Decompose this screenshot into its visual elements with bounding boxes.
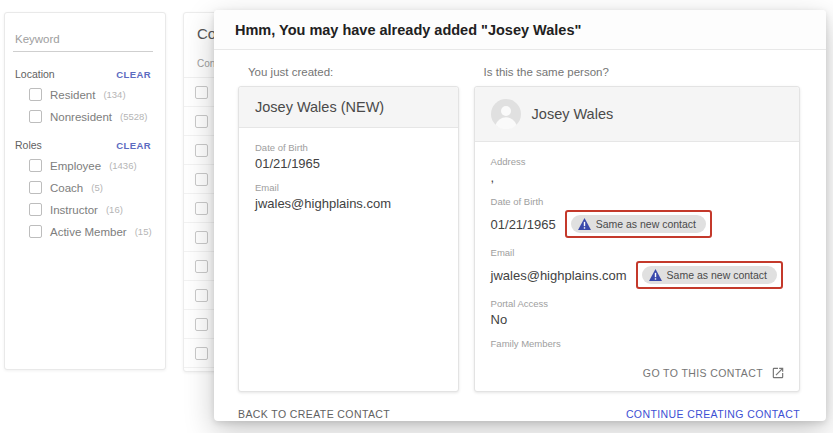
- new-contact-panel-label: You just created:: [248, 66, 459, 78]
- checkbox-instructor[interactable]: [29, 203, 42, 216]
- field-label: Family Members: [491, 338, 783, 349]
- new-contact-name: Josey Wales (NEW): [255, 99, 384, 115]
- avatar-icon: [491, 99, 521, 129]
- field-value: 01/21/1965: [255, 156, 442, 171]
- existing-contact-panel: Is this the same person? Josey Wales Add…: [474, 58, 800, 392]
- filter-option-count: (134): [103, 89, 125, 100]
- go-to-this-contact-button[interactable]: GO TO THIS CONTACT: [643, 366, 785, 380]
- continue-creating-contact-button[interactable]: CONTINUE CREATING CONTACT: [626, 408, 800, 420]
- filter-option-employee: Employee (1436): [29, 159, 153, 172]
- existing-contact-card-body: Address , Date of Birth 01/21/1965: [475, 142, 799, 374]
- field-label: Portal Access: [491, 298, 783, 309]
- filter-sidebar: Location CLEAR Resident (134) Nonresiden…: [4, 12, 166, 370]
- new-contact-card-header: Josey Wales (NEW): [239, 87, 458, 128]
- row-checkbox[interactable]: [195, 318, 208, 331]
- field-value: 01/21/1965: [491, 217, 556, 232]
- field-row-email: jwales@highplains.com Same as new contac…: [491, 261, 783, 289]
- warning-icon: [649, 269, 662, 281]
- filter-option-nonresident: Nonresident (5528): [29, 110, 153, 123]
- filter-option-label: Employee: [50, 160, 101, 172]
- filter-option-count: (15): [135, 226, 152, 237]
- badge-label: Same as new contact: [596, 218, 696, 230]
- field-value: No: [491, 312, 783, 327]
- badge-label: Same as new contact: [667, 269, 767, 281]
- row-checkbox[interactable]: [195, 202, 208, 215]
- filter-option-count: (1436): [109, 160, 136, 171]
- modal-title: Hmm, You may have already added "Josey W…: [235, 22, 581, 38]
- modal-body: You just created: Josey Wales (NEW) Date…: [214, 50, 826, 392]
- filter-option-count: (5528): [120, 111, 147, 122]
- duplicate-contact-modal: Hmm, You may have already added "Josey W…: [214, 10, 826, 421]
- filter-option-count: (16): [106, 204, 123, 215]
- location-filter-title: Location: [15, 68, 55, 80]
- back-to-create-contact-button[interactable]: BACK TO CREATE CONTACT: [238, 408, 390, 420]
- roles-filter-title: Roles: [15, 139, 42, 151]
- row-checkbox[interactable]: [195, 289, 208, 302]
- open-in-new-icon: [771, 366, 785, 380]
- field-label: Date of Birth: [255, 142, 442, 153]
- same-as-new-contact-badge: Same as new contact: [571, 215, 706, 233]
- filter-option-coach: Coach (5): [29, 181, 153, 194]
- warning-icon: [578, 218, 591, 230]
- keyword-search-input[interactable]: [13, 31, 153, 52]
- location-filter-header: Location CLEAR: [15, 68, 151, 80]
- filter-option-label: Nonresident: [50, 111, 112, 123]
- filter-option-active-member: Active Member (15): [29, 225, 153, 238]
- existing-contact-name: Josey Wales: [532, 106, 614, 122]
- row-checkbox[interactable]: [195, 347, 208, 360]
- modal-footer: BACK TO CREATE CONTACT CONTINUE CREATING…: [214, 392, 826, 433]
- checkbox-employee[interactable]: [29, 159, 42, 172]
- row-checkbox[interactable]: [195, 173, 208, 186]
- go-to-this-contact-label: GO TO THIS CONTACT: [643, 367, 763, 379]
- same-as-new-contact-badge: Same as new contact: [642, 266, 777, 284]
- checkbox-nonresident[interactable]: [29, 110, 42, 123]
- filter-option-label: Instructor: [50, 204, 98, 216]
- field-label: Address: [491, 156, 783, 167]
- new-contact-card-body: Date of Birth 01/21/1965 Email jwales@hi…: [239, 128, 458, 236]
- filter-option-resident: Resident (134): [29, 88, 153, 101]
- annotation-highlight-box: Same as new contact: [565, 210, 712, 238]
- row-checkbox[interactable]: [195, 144, 208, 157]
- filter-option-label: Active Member: [50, 226, 127, 238]
- row-checkbox[interactable]: [195, 115, 208, 128]
- field-label: Email: [491, 247, 783, 258]
- field-label: Date of Birth: [491, 196, 783, 207]
- field-value: jwales@highplains.com: [491, 268, 627, 283]
- checkbox-active-member[interactable]: [29, 225, 42, 238]
- row-checkbox[interactable]: [195, 231, 208, 244]
- filter-option-label: Resident: [50, 89, 95, 101]
- field-value: jwales@highplains.com: [255, 196, 442, 211]
- checkbox-coach[interactable]: [29, 181, 42, 194]
- existing-contact-card: Josey Wales Address , Date of Birth 01/2…: [474, 86, 800, 392]
- row-checkbox[interactable]: [195, 86, 208, 99]
- checkbox-resident[interactable]: [29, 88, 42, 101]
- filter-option-count: (5): [91, 182, 103, 193]
- filter-option-instructor: Instructor (16): [29, 203, 153, 216]
- row-checkbox[interactable]: [195, 260, 208, 273]
- existing-contact-panel-label: Is this the same person?: [484, 66, 800, 78]
- location-clear-button[interactable]: CLEAR: [116, 69, 151, 80]
- roles-filter-header: Roles CLEAR: [15, 139, 151, 151]
- filter-option-label: Coach: [50, 182, 83, 194]
- annotation-highlight-box: Same as new contact: [636, 261, 783, 289]
- modal-header: Hmm, You may have already added "Josey W…: [214, 10, 826, 50]
- existing-contact-card-header: Josey Wales: [475, 87, 799, 142]
- new-contact-card: Josey Wales (NEW) Date of Birth 01/21/19…: [238, 86, 459, 392]
- roles-clear-button[interactable]: CLEAR: [116, 140, 151, 151]
- field-label: Email: [255, 182, 442, 193]
- field-row-dob: 01/21/1965 Same as new contact: [491, 210, 783, 238]
- field-value: ,: [491, 170, 783, 185]
- new-contact-panel: You just created: Josey Wales (NEW) Date…: [238, 58, 459, 392]
